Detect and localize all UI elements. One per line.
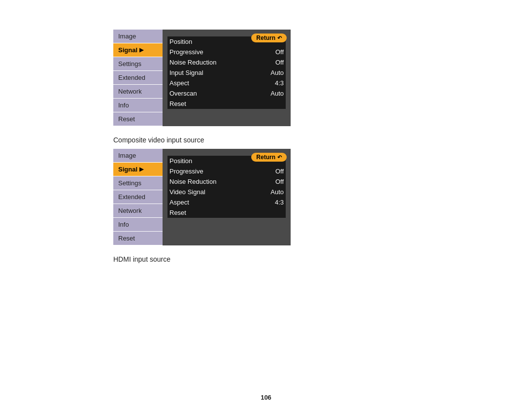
sidebar-2: Image Signal ▶ Settings Extended Network… xyxy=(113,149,163,245)
sidebar-item-reset-2[interactable]: Reset xyxy=(113,232,163,245)
menu-row-aspect-1[interactable]: Aspect 4:3 xyxy=(167,78,286,88)
sidebar-item-signal-1[interactable]: Signal ▶ xyxy=(113,43,163,57)
sidebar-item-extended-1[interactable]: Extended xyxy=(113,71,163,84)
arrow-icon-2: ▶ xyxy=(139,166,143,172)
arrow-icon-1: ▶ xyxy=(139,47,143,53)
menu-items-2: Position Progressive Off Noise Reduction… xyxy=(167,156,286,218)
return-button-1[interactable]: Return ↶ xyxy=(251,34,287,42)
return-button-2[interactable]: Return ↶ xyxy=(251,153,287,162)
return-icon-2: ↶ xyxy=(277,154,282,161)
sidebar-item-network-2[interactable]: Network xyxy=(113,204,163,217)
sidebar-item-settings-1[interactable]: Settings xyxy=(113,57,163,70)
menu-row-input-signal-1[interactable]: Input Signal Auto xyxy=(167,68,286,78)
caption-2: HDMI input source xyxy=(113,255,291,263)
sidebar-item-network-1[interactable]: Network xyxy=(113,85,163,98)
menu-panel-1: Image Signal ▶ Settings Extended Network… xyxy=(113,30,291,126)
menu-row-aspect-2[interactable]: Aspect 4:3 xyxy=(167,197,286,207)
sidebar-item-info-1[interactable]: Info xyxy=(113,99,163,112)
menu-row-video-signal-2[interactable]: Video Signal Auto xyxy=(167,187,286,197)
caption-1: Composite video input source xyxy=(113,136,291,144)
sidebar-item-settings-2[interactable]: Settings xyxy=(113,176,163,190)
sidebar-item-signal-2[interactable]: Signal ▶ xyxy=(113,163,163,176)
menu-row-reset-2[interactable]: Reset xyxy=(167,207,286,218)
main-panel-1: Return ↶ Position Progressive Off Noise … xyxy=(163,30,291,126)
return-icon-1: ↶ xyxy=(277,35,282,41)
menu-row-reset-1[interactable]: Reset xyxy=(167,99,286,109)
menu-row-overscan-1[interactable]: Overscan Auto xyxy=(167,88,286,99)
menu-row-progressive-1[interactable]: Progressive Off xyxy=(167,47,286,57)
menu-items-1: Position Progressive Off Noise Reduction… xyxy=(167,36,286,109)
sidebar-item-info-2[interactable]: Info xyxy=(113,218,163,231)
sidebar-item-image-1[interactable]: Image xyxy=(113,30,163,43)
main-panel-2: Return ↶ Position Progressive Off Noise … xyxy=(163,149,291,245)
sidebar-item-extended-2[interactable]: Extended xyxy=(113,190,163,204)
sidebar-1: Image Signal ▶ Settings Extended Network… xyxy=(113,30,163,126)
page-number: 106 xyxy=(261,394,271,401)
sidebar-item-reset-1[interactable]: Reset xyxy=(113,112,163,126)
sidebar-item-image-2[interactable]: Image xyxy=(113,149,163,162)
menu-row-noise-reduction-2[interactable]: Noise Reduction Off xyxy=(167,176,286,187)
menu-panel-2: Image Signal ▶ Settings Extended Network… xyxy=(113,149,291,245)
menu-row-progressive-2[interactable]: Progressive Off xyxy=(167,166,286,176)
menu-row-noise-reduction-1[interactable]: Noise Reduction Off xyxy=(167,57,286,68)
